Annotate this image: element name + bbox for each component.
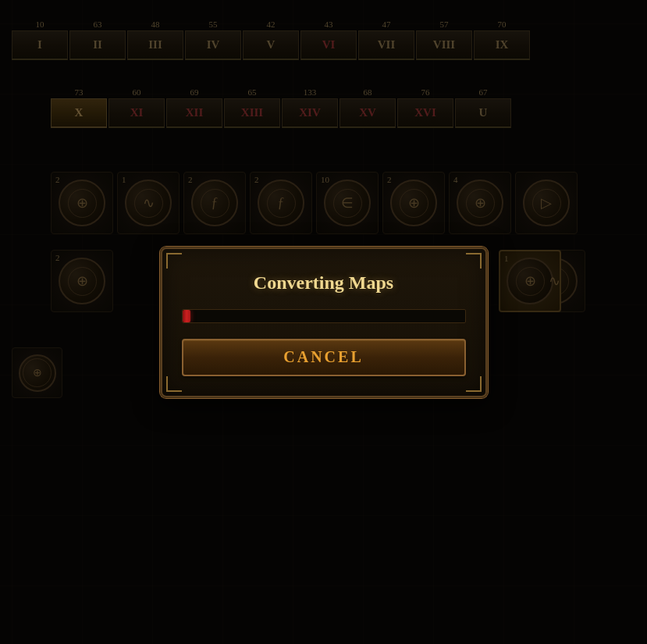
corner-tr bbox=[466, 253, 482, 269]
progress-bar-container bbox=[182, 309, 466, 323]
converting-maps-modal: Converting Maps CANCEL bbox=[160, 247, 488, 398]
progress-bar-fill bbox=[183, 310, 191, 322]
modal-overlay: Converting Maps CANCEL bbox=[0, 0, 647, 644]
corner-br bbox=[466, 376, 482, 392]
modal-title: Converting Maps bbox=[182, 272, 466, 294]
cancel-button[interactable]: CANCEL bbox=[182, 339, 466, 376]
corner-bl bbox=[166, 376, 182, 392]
corner-tl bbox=[166, 253, 182, 269]
